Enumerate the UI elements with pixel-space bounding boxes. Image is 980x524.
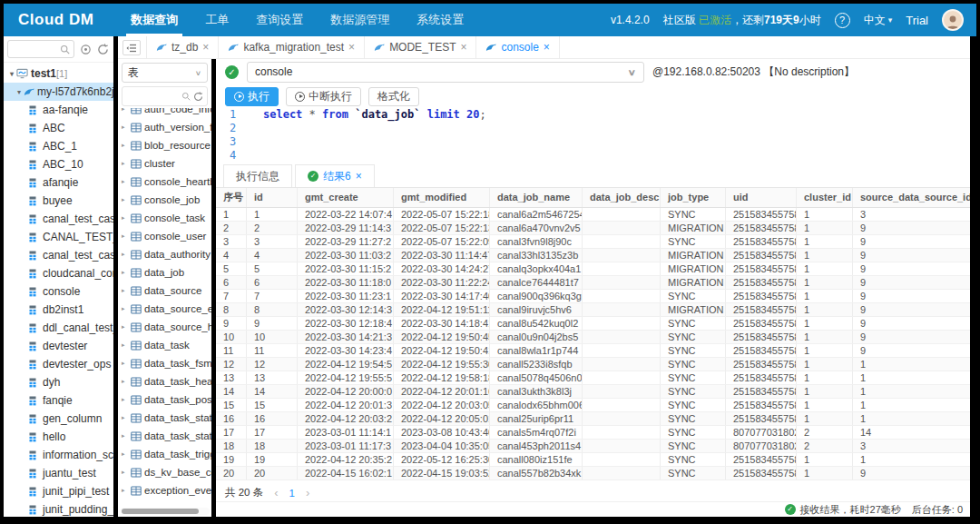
caret-right-icon[interactable]: ▸ [122,469,130,476]
scrollbar-thumb[interactable] [122,509,199,514]
table-row[interactable]: 18 18 2023-03-01 11:17:3 2023-04-04 10:3… [216,440,970,453]
caret-right-icon[interactable]: ▸ [122,269,130,276]
table-row[interactable]: 10 10 2022-03-30 14:21:3 2022-04-12 19:5… [216,331,970,344]
table-row[interactable]: 12 12 2022-04-12 19:54:5 2022-04-12 19:5… [216,358,970,371]
table-row[interactable]: 1 1 2022-03-22 14:07:4 2022-05-07 15:22:… [216,208,970,222]
table-list-item[interactable]: ▸ data_task_fsm [118,354,211,372]
collapse-sidebar-icon[interactable] [122,40,141,55]
username-label[interactable]: Trial [906,14,928,27]
sidebar-item-database[interactable]: canal_test_case [4,210,113,228]
table-row[interactable]: 4 4 2022-03-30 11:03:2 2022-03-30 11:14:… [216,249,970,262]
table-list-item[interactable]: ▸ console_user [118,227,211,245]
caret-right-icon[interactable]: ▸ [122,323,130,331]
table-list-item[interactable]: ▸ cluster [118,154,211,173]
tree-item-environment[interactable]: ▾ test1[1] [4,64,113,83]
tab-execution-info[interactable]: 执行信息 [223,164,292,187]
table-list-item[interactable]: ▸ data_task_position [118,391,211,409]
table-row[interactable]: 9 9 2022-03-30 12:18:4 2022-03-30 14:18:… [216,317,970,331]
tab-result-6[interactable]: ✓ 结果6 × [295,164,375,187]
table-row[interactable]: 15 15 2022-04-12 20:01:3 2022-04-12 20:0… [216,399,970,412]
tree-search-input[interactable] [7,40,74,58]
sidebar-item-database[interactable]: afanqie [4,173,113,192]
refresh-icon[interactable] [193,92,203,102]
tab-console[interactable]: console × [476,36,559,58]
avatar[interactable] [942,9,964,31]
caret-right-icon[interactable]: ▸ [122,305,130,312]
tab-MODE_TEST[interactable]: MODE_TEST × [365,36,476,58]
caret-right-icon[interactable]: ▸ [122,487,130,494]
tab-tz_db[interactable]: tz_db × [146,36,219,58]
caret-right-icon[interactable]: ▸ [122,232,130,240]
table-row[interactable]: 2 2 2022-03-29 11:14:3 2022-05-07 15:22:… [216,222,970,235]
nav-item-data-query[interactable]: 数据查询 [117,4,191,36]
table-row[interactable]: 14 14 2022-04-12 20:00:0 2022-04-12 20:0… [216,385,970,399]
table-list-item[interactable]: ▸ data_task_heartbeat [118,372,211,391]
sidebar-item-database[interactable]: devtester_ops [4,355,113,373]
caret-right-icon[interactable]: ▸ [122,450,130,458]
table-row[interactable]: 13 13 2022-04-12 19:55:5 2022-04-12 19:5… [216,371,970,385]
column-header[interactable]: data_job_name [490,188,583,207]
column-header[interactable]: 序号 [216,188,247,207]
caret-right-icon[interactable]: ▸ [122,160,130,167]
sql-editor[interactable]: 1234 select * from `data_job` limit 20; [216,108,970,164]
close-icon[interactable]: × [348,41,355,54]
sidebar-item-database[interactable]: CANAL_TEST_CASE [4,228,113,246]
sidebar-item-database[interactable]: ddl_canal_test_case [4,319,113,337]
column-header[interactable]: uid [726,188,797,207]
sidebar-item-database[interactable]: dyh [4,373,113,391]
database-select[interactable]: console ∨ [247,62,644,83]
table-row[interactable]: 20 20 2022-04-15 16:02:1 2022-04-15 19:0… [216,467,970,480]
column-header[interactable]: gmt_create [298,188,394,207]
table-list-item[interactable]: ▸ console_job [118,191,211,209]
refresh-icon[interactable] [96,43,110,56]
nav-item-query-settings[interactable]: 查询设置 [242,4,317,36]
table-list-item[interactable]: ▸ data_source [118,282,211,300]
table-list-item[interactable]: ▸ data_job [118,263,211,282]
caret-right-icon[interactable]: ▸ [122,378,130,385]
caret-right-icon[interactable]: ▸ [122,251,130,258]
run-button[interactable]: 执行 [225,87,279,106]
tree-item-connection-selected[interactable]: ▾ my-l57d7k6nb2jcjc2[49] [4,83,113,101]
caret-right-icon[interactable]: ▸ [122,360,130,367]
caret-right-icon[interactable]: ▸ [122,287,130,294]
caret-right-icon[interactable]: ▸ [122,341,130,349]
column-header[interactable]: job_type [661,188,726,207]
sidebar-item-database[interactable]: information_schema [4,446,113,464]
caret-right-icon[interactable]: ▸ [122,108,130,113]
sidebar-item-database[interactable]: cloudcanal_console18 [4,264,113,282]
sidebar-item-database[interactable]: console [4,282,113,301]
sidebar-item-database[interactable]: ABC_10 [4,155,113,173]
sidebar-item-database[interactable]: ABC_1 [4,137,113,155]
caret-right-icon[interactable]: ▸ [122,432,130,440]
caret-right-icon[interactable]: ▸ [122,214,130,222]
column-header[interactable]: source_data_source_id [853,188,970,207]
table-list-item[interactable]: ▸ exception_event [118,481,211,499]
next-page-icon[interactable]: › [306,486,309,499]
caret-right-icon[interactable]: ▸ [122,414,130,421]
sidebar-item-database[interactable]: aa-fanqie [4,101,113,119]
sidebar-item-database[interactable]: junit_pudding_test [4,500,113,517]
column-header[interactable]: data_job_desc [583,188,661,207]
table-row[interactable]: 11 11 2022-03-30 14:23:4 2022-04-12 19:5… [216,344,970,358]
table-list-item[interactable]: ▸ auth_code_info [118,108,211,118]
table-list-item[interactable]: ▸ ds_kv_base_config [118,463,211,481]
current-page[interactable]: 1 [289,488,295,499]
table-list-item[interactable]: ▸ blob_resource [118,136,211,154]
table-row[interactable]: 3 3 2022-03-29 11:27:2 2022-05-07 15:22:… [216,235,970,249]
table-list-item[interactable]: ▸ data_task_state [118,409,211,427]
caret-right-icon[interactable]: ▸ [122,124,130,131]
interrupt-button[interactable]: 中断执行 [286,87,361,106]
caret-right-icon[interactable]: ▸ [122,178,130,185]
close-icon[interactable]: × [202,41,209,54]
sidebar-item-database[interactable]: juantu_test [4,464,113,482]
prev-page-icon[interactable]: ‹ [274,486,278,499]
nav-item-datasource-management[interactable]: 数据源管理 [317,4,403,36]
caret-right-icon[interactable]: ▸ [122,396,130,403]
table-list-item[interactable]: ▸ data_task_trigger [118,445,211,463]
format-button[interactable]: 格式化 [368,87,419,106]
table-row[interactable]: 6 6 2022-03-30 11:18:0 2022-03-30 11:22:… [216,276,970,290]
table-row[interactable]: 17 17 2023-03-01 11:14:1 2023-03-08 10:4… [216,426,970,440]
sidebar-item-database[interactable]: junit_pipi_test [4,482,113,500]
close-icon[interactable]: × [460,41,466,54]
nav-item-system-settings[interactable]: 系统设置 [403,4,477,36]
